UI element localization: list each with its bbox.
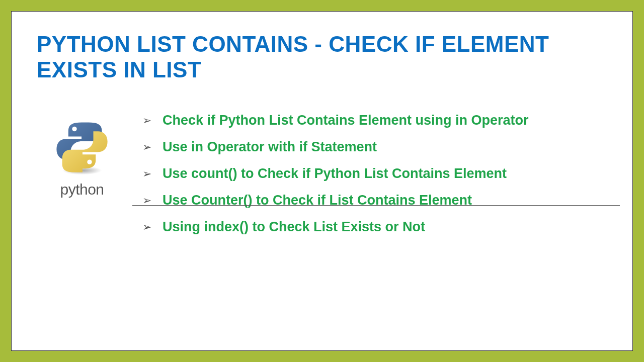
list-item-text: Use count() to Check if Python List Cont… bbox=[163, 166, 507, 182]
list-item-text: Using index() to Check List Exists or No… bbox=[163, 219, 425, 235]
methods-list: ➢ Check if Python List Contains Element … bbox=[142, 113, 607, 246]
svg-point-1 bbox=[72, 127, 76, 131]
horizontal-divider bbox=[132, 205, 620, 206]
list-item: ➢ Check if Python List Contains Element … bbox=[142, 113, 607, 128]
list-item-text: Use Counter() to Check if List Contains … bbox=[163, 193, 472, 208]
list-item: ➢ Using index() to Check List Exists or … bbox=[142, 219, 607, 235]
list-item: ➢ Use count() to Check if Python List Co… bbox=[142, 166, 607, 182]
python-logo-text: python bbox=[60, 181, 104, 198]
svg-point-2 bbox=[87, 160, 92, 164]
chevron-right-icon: ➢ bbox=[142, 221, 152, 234]
python-logo-block: python bbox=[37, 118, 127, 198]
chevron-right-icon: ➢ bbox=[142, 114, 152, 127]
python-logo-icon bbox=[52, 118, 112, 178]
chevron-right-icon: ➢ bbox=[142, 167, 152, 180]
content-row: python ➢ Check if Python List Contains E… bbox=[37, 113, 607, 246]
list-item: ➢ Use in Operator with if Statement bbox=[142, 139, 607, 155]
slide-title: PYTHON LIST CONTAINS - CHECK IF ELEMENT … bbox=[37, 32, 607, 82]
list-item-text: Check if Python List Contains Element us… bbox=[163, 113, 529, 128]
list-item: ➢ Use Counter() to Check if List Contain… bbox=[142, 193, 607, 208]
chevron-right-icon: ➢ bbox=[142, 141, 152, 154]
slide-card: PYTHON LIST CONTAINS - CHECK IF ELEMENT … bbox=[11, 11, 633, 351]
list-item-text: Use in Operator with if Statement bbox=[163, 139, 377, 155]
